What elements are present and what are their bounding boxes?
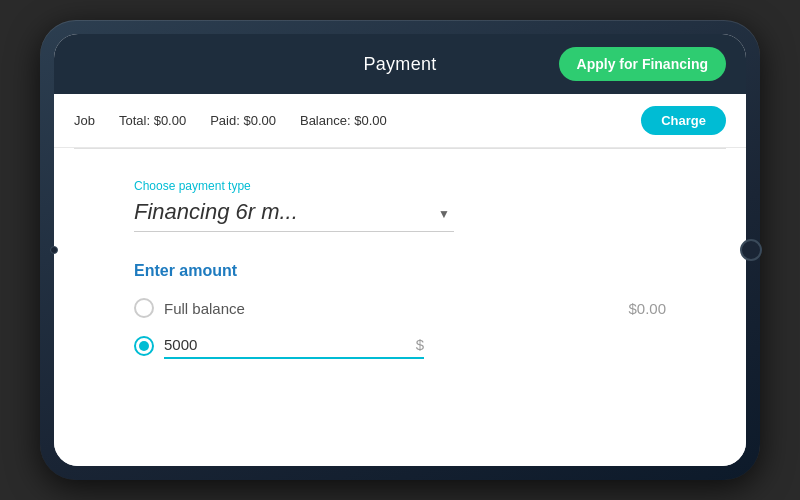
full-balance-radio[interactable] bbox=[134, 298, 154, 318]
payment-type-section: Choose payment type Financing 6r m... ▼ bbox=[134, 179, 666, 232]
enter-amount-title: Enter amount bbox=[134, 262, 666, 280]
payment-type-value: Financing 6r m... bbox=[134, 199, 298, 224]
summary-bar: Job Total: $0.00 Paid: $0.00 Balance: $0… bbox=[54, 94, 746, 148]
home-button[interactable] bbox=[740, 239, 762, 261]
payment-type-dropdown[interactable]: Financing 6r m... ▼ bbox=[134, 199, 454, 232]
balance-amount: Balance: $0.00 bbox=[300, 113, 387, 128]
chevron-down-icon: ▼ bbox=[438, 207, 450, 221]
job-label: Job bbox=[74, 113, 95, 128]
tablet-frame: Payment Apply for Financing Job Total: $… bbox=[40, 20, 760, 480]
enter-amount-section: Enter amount Full balance $0.00 $ bbox=[134, 262, 666, 359]
tablet-screen: Payment Apply for Financing Job Total: $… bbox=[54, 34, 746, 466]
paid-amount: Paid: $0.00 bbox=[210, 113, 276, 128]
main-content: Choose payment type Financing 6r m... ▼ … bbox=[54, 149, 746, 466]
amount-input-wrapper: $ bbox=[164, 332, 424, 359]
full-balance-amount: $0.00 bbox=[628, 300, 666, 317]
custom-amount-radio[interactable] bbox=[134, 336, 154, 356]
payment-type-label: Choose payment type bbox=[134, 179, 666, 193]
camera-dot bbox=[50, 246, 58, 254]
amount-input[interactable] bbox=[164, 332, 412, 357]
custom-amount-row: $ bbox=[134, 332, 666, 359]
radio-selected-indicator bbox=[139, 341, 149, 351]
currency-symbol: $ bbox=[412, 336, 424, 353]
header: Payment Apply for Financing bbox=[54, 34, 746, 94]
total-amount: Total: $0.00 bbox=[119, 113, 186, 128]
full-balance-label: Full balance bbox=[164, 300, 618, 317]
full-balance-row: Full balance $0.00 bbox=[134, 298, 666, 318]
charge-button[interactable]: Charge bbox=[641, 106, 726, 135]
apply-financing-button[interactable]: Apply for Financing bbox=[559, 47, 726, 81]
page-title: Payment bbox=[363, 54, 436, 75]
